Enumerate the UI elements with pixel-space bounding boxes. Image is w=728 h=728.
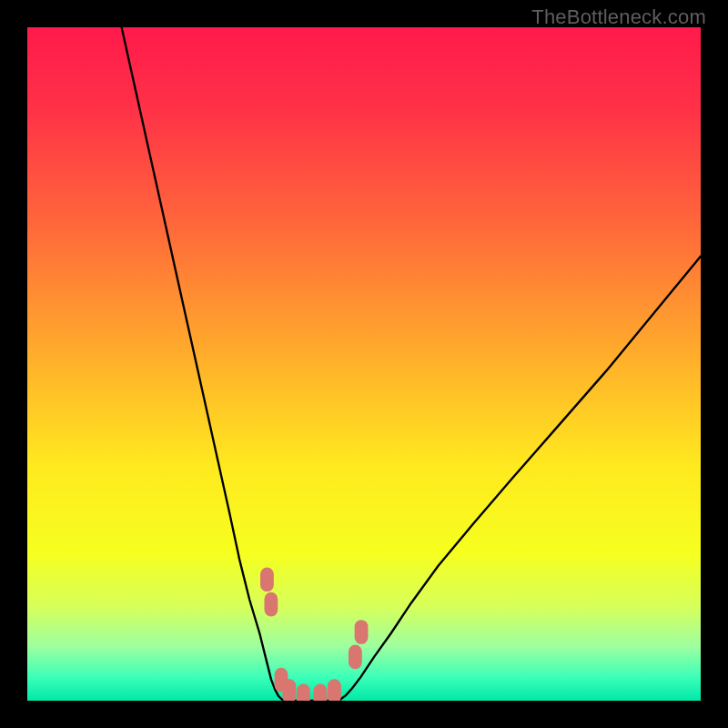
marker-m2	[264, 592, 278, 617]
marker-m1	[260, 567, 274, 592]
watermark-label: TheBottleneck.com	[531, 5, 706, 29]
outer-frame: TheBottleneck.com	[0, 0, 728, 728]
marker-m5	[297, 684, 310, 702]
plot-area	[27, 27, 701, 701]
marker-m8	[349, 645, 362, 670]
curve-layer	[27, 27, 701, 701]
marker-m6	[314, 684, 328, 702]
bottleneck-curve	[122, 27, 701, 701]
marker-m9	[355, 620, 369, 644]
marker-m7	[328, 679, 341, 701]
data-markers	[260, 567, 368, 701]
marker-m4	[282, 679, 296, 701]
